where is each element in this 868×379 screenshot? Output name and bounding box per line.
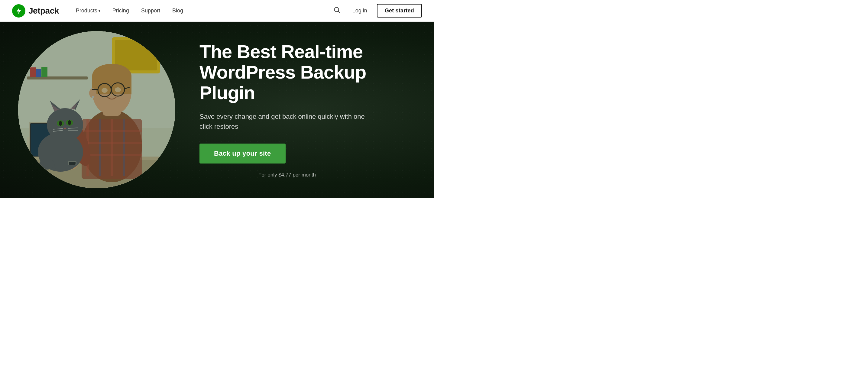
- nav-item-pricing[interactable]: Pricing: [107, 5, 134, 16]
- nav-support-label: Support: [141, 7, 160, 14]
- nav-blog-label: Blog: [172, 7, 183, 14]
- svg-rect-67: [18, 31, 175, 188]
- nav-item-products[interactable]: Products ▾: [71, 5, 105, 16]
- get-started-button[interactable]: Get started: [377, 4, 422, 18]
- logo-text: Jetpack: [28, 6, 59, 16]
- nav-item-blog[interactable]: Blog: [167, 5, 188, 16]
- cta-backup-button[interactable]: Back up your site: [199, 144, 286, 163]
- nav-products-label: Products: [76, 7, 97, 14]
- nav-pricing-label: Pricing: [113, 7, 129, 14]
- hero-svg: [18, 31, 175, 188]
- nav-right: Log in Get started: [331, 4, 422, 18]
- search-button[interactable]: [331, 4, 343, 17]
- jetpack-bolt-icon: [15, 7, 23, 15]
- logo-link[interactable]: Jetpack: [12, 4, 59, 18]
- hero-section: The Best Real-time WordPress Backup Plug…: [0, 22, 434, 198]
- nav-item-support[interactable]: Support: [136, 5, 165, 16]
- nav-links: Products ▾ Pricing Support Blog: [71, 5, 331, 16]
- search-icon: [334, 7, 340, 13]
- hero-title-line1: The Best Real-time: [199, 41, 363, 62]
- hero-subtitle: Save every change and get back online qu…: [199, 112, 375, 131]
- chevron-down-icon: ▾: [98, 9, 100, 13]
- hero-image-area: [18, 31, 175, 188]
- hero-content: The Best Real-time WordPress Backup Plug…: [199, 41, 375, 178]
- hero-title: The Best Real-time WordPress Backup Plug…: [199, 41, 375, 103]
- price-note: For only $4.77 per month: [199, 172, 375, 178]
- hero-illustration: [18, 31, 175, 188]
- svg-marker-0: [17, 7, 21, 14]
- svg-line-2: [338, 11, 340, 13]
- navbar: Jetpack Products ▾ Pricing Support Blog …: [0, 0, 434, 22]
- login-link[interactable]: Log in: [349, 5, 371, 16]
- logo-icon: [12, 4, 25, 18]
- hero-title-line2: WordPress Backup Plugin: [199, 62, 366, 103]
